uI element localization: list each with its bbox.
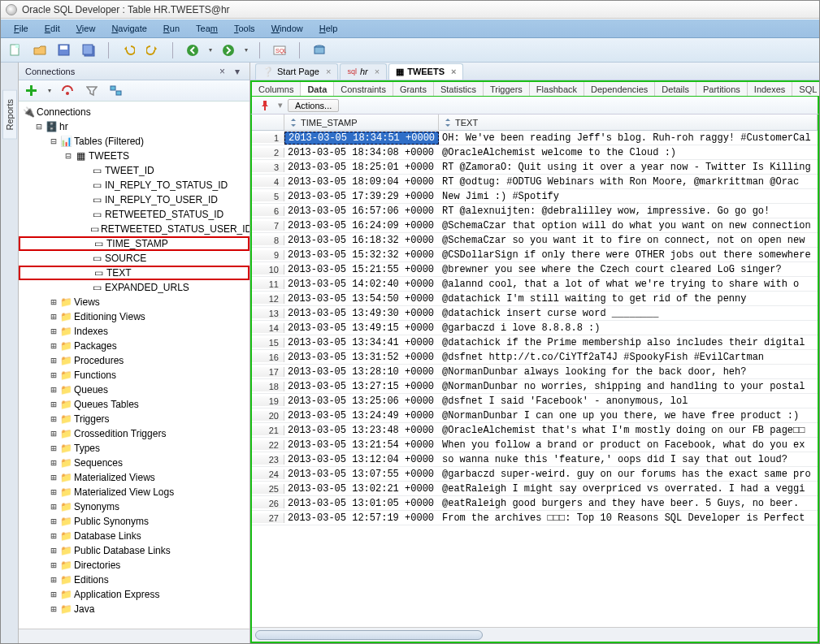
col-tweet-id[interactable]: TWEET_ID: [105, 165, 154, 176]
close-icon[interactable]: ×: [323, 67, 331, 76]
cell-timestamp[interactable]: 2013-03-05 13:01:05 +0000: [284, 498, 439, 509]
tree-folder-procedures[interactable]: ⊞📁Procedures: [19, 353, 249, 368]
tree-folder-functions[interactable]: ⊞📁Functions: [19, 368, 249, 383]
tree-folder-editioning-views[interactable]: ⊞📁Editioning Views: [19, 309, 249, 324]
expand-toggle[interactable]: ⊞: [48, 326, 59, 337]
tree-folder-sequences[interactable]: ⊞📁Sequences: [19, 456, 249, 470]
cell-timestamp[interactable]: 2013-03-05 17:39:29 +0000: [284, 191, 439, 202]
cell-timestamp[interactable]: 2013-03-05 13:27:15 +0000: [284, 381, 439, 392]
table-row[interactable]: 112013-03-05 14:02:40 +0000@alannd cool,…: [252, 277, 818, 292]
expand-toggle[interactable]: ⊞: [48, 399, 59, 410]
subtab-indexes[interactable]: Indexes: [748, 82, 793, 96]
cell-timestamp[interactable]: 2013-03-05 13:49:30 +0000: [284, 308, 439, 319]
cell-text[interactable]: @eatRaleigh good burgers and they have b…: [439, 498, 818, 509]
tree-hscroll[interactable]: [19, 629, 249, 643]
expand-toggle[interactable]: ⊞: [48, 413, 59, 425]
subtab-dependencies[interactable]: Dependencies: [584, 82, 655, 96]
table-row[interactable]: 242013-03-05 13:07:55 +0000@garbaczd sup…: [252, 467, 818, 482]
tree-folder-types[interactable]: ⊞📁Types: [19, 441, 249, 456]
cell-text[interactable]: @NormanDunbar always looking for the bac…: [439, 366, 818, 378]
menu-help[interactable]: Help: [311, 21, 346, 36]
cell-timestamp[interactable]: 2013-03-05 13:31:52 +0000: [284, 352, 439, 363]
cell-timestamp[interactable]: 2013-03-05 18:09:04 +0000: [284, 176, 439, 188]
table-row[interactable]: 192013-03-05 13:25:06 +0000@dsfnet I sai…: [252, 394, 818, 408]
table-row[interactable]: 12013-03-05 18:34:51 +0000OH: We've been…: [252, 131, 818, 145]
table-row[interactable]: 102013-03-05 15:21:55 +0000@brewner you …: [252, 262, 818, 277]
subtab-columns[interactable]: Columns: [252, 82, 301, 96]
table-row[interactable]: 62013-03-05 16:57:06 +0000RT @alexnuijte…: [252, 204, 818, 218]
cell-timestamp[interactable]: 2013-03-05 14:02:40 +0000: [284, 279, 439, 290]
tree-folder-directories[interactable]: ⊞📁Directories: [19, 558, 249, 573]
col-rt-user[interactable]: RETWEETED_STATUS_USER_ID: [101, 223, 249, 235]
cell-text[interactable]: RT @alexnuijten: @debralilley wow, impre…: [439, 205, 818, 217]
panel-menu-icon[interactable]: ▾: [232, 66, 243, 77]
subtab-triggers[interactable]: Triggers: [484, 82, 530, 96]
cell-text[interactable]: RT @odtug: #ODTUG Webinars with Ron Moor…: [439, 176, 818, 188]
col-text[interactable]: TEXT: [106, 267, 132, 279]
tree-folder-indexes[interactable]: ⊞📁Indexes: [19, 324, 249, 339]
cell-text[interactable]: @brewner you see where the Czech court c…: [439, 264, 818, 275]
grid-hscroll[interactable]: [252, 627, 818, 642]
table-row[interactable]: 232013-03-05 13:12:04 +0000so wanna nuke…: [252, 452, 818, 467]
tree-folder-editions[interactable]: ⊞📁Editions: [19, 573, 249, 587]
table-row[interactable]: 42013-03-05 18:09:04 +0000RT @odtug: #OD…: [252, 175, 818, 189]
subtab-partitions[interactable]: Partitions: [696, 82, 748, 96]
cell-text[interactable]: @datachick insert curse word ________: [439, 308, 818, 319]
cell-timestamp[interactable]: 2013-03-05 13:07:55 +0000: [284, 469, 439, 480]
tree-folder-packages[interactable]: ⊞📁Packages: [19, 339, 249, 353]
side-tab-reports[interactable]: Reports: [2, 90, 17, 140]
tns-icon[interactable]: [59, 83, 76, 99]
table-row[interactable]: 272013-03-05 12:57:19 +0000From the arch…: [252, 511, 818, 525]
table-row[interactable]: 32013-03-05 18:25:01 +0000RT @ZamoraO: Q…: [252, 160, 818, 175]
tree-folder-materialized-view-logs[interactable]: ⊞📁Materialized View Logs: [19, 485, 249, 499]
cell-text[interactable]: @NormanDunbar I can one up you there, we…: [439, 410, 818, 421]
cell-text[interactable]: @OracleAlchemist that's what I'm mostly …: [439, 425, 818, 436]
cell-timestamp[interactable]: 2013-03-05 13:49:15 +0000: [284, 322, 439, 334]
expand-toggle[interactable]: ⊞: [48, 589, 59, 600]
expand-toggle[interactable]: ⊞: [48, 457, 59, 469]
menu-team[interactable]: Team: [188, 21, 226, 36]
tree-folder-triggers[interactable]: ⊞📁Triggers: [19, 412, 249, 426]
cell-timestamp[interactable]: 2013-03-05 16:57:06 +0000: [284, 205, 439, 217]
panel-close-icon[interactable]: ×: [216, 66, 228, 77]
refresh-tree-icon[interactable]: [108, 83, 124, 99]
new-connection-icon[interactable]: [24, 83, 40, 99]
cell-text[interactable]: RT @ZamoraO: Quit using it over a year n…: [439, 162, 818, 173]
tree-db[interactable]: hr: [59, 121, 68, 132]
cell-timestamp[interactable]: 2013-03-05 13:34:41 +0000: [284, 337, 439, 348]
expand-toggle[interactable]: ⊟: [33, 121, 45, 132]
tree-tweets[interactable]: TWEETS: [89, 150, 129, 162]
save-icon[interactable]: [56, 42, 72, 58]
cell-timestamp[interactable]: 2013-03-05 15:21:55 +0000: [284, 264, 439, 275]
cell-text[interactable]: @alannd cool, that a lot of what we're t…: [439, 279, 818, 290]
expand-toggle[interactable]: ⊟: [63, 150, 74, 162]
cell-timestamp[interactable]: 2013-03-05 18:34:08 +0000: [284, 147, 439, 158]
expand-toggle[interactable]: ⊞: [48, 501, 59, 512]
table-row[interactable]: 52013-03-05 17:39:29 +0000New Jimi :) #S…: [252, 189, 818, 204]
cell-text[interactable]: OH: We've been reading Jeff's blog. Ruh-…: [439, 132, 818, 144]
table-row[interactable]: 262013-03-05 13:01:05 +0000@eatRaleigh g…: [252, 496, 818, 511]
subtab-data[interactable]: Data: [301, 82, 334, 96]
cell-text[interactable]: When you follow a brand or product on Fa…: [439, 439, 818, 451]
tree-folder-java[interactable]: ⊞📁Java: [19, 602, 249, 616]
cell-text[interactable]: @dsfnet I said 'Facebook' - anonymous, l…: [439, 395, 818, 407]
cell-text[interactable]: @SchemaCzar so you want it to fire on co…: [439, 235, 818, 246]
expand-toggle[interactable]: ⊞: [48, 296, 59, 308]
col-expanded-urls[interactable]: EXPANDED_URLS: [105, 282, 189, 293]
expand-toggle[interactable]: ⊞: [48, 486, 59, 498]
table-row[interactable]: 182013-03-05 13:27:15 +0000@NormanDunbar…: [252, 379, 818, 394]
table-row[interactable]: 212013-03-05 13:23:48 +0000@OracleAlchem…: [252, 423, 818, 438]
close-icon[interactable]: ×: [448, 67, 456, 76]
cell-timestamp[interactable]: 2013-03-05 13:21:54 +0000: [284, 439, 439, 451]
tree-folder-public-synonyms[interactable]: ⊞📁Public Synonyms: [19, 514, 249, 529]
cell-timestamp[interactable]: 2013-03-05 13:28:10 +0000: [284, 366, 439, 378]
cell-text[interactable]: @OracleAlchemist welcome to the Cloud :): [439, 147, 818, 158]
table-row[interactable]: 92013-03-05 15:32:32 +0000@CSDollarSign …: [252, 248, 818, 262]
expand-toggle[interactable]: ⊞: [48, 384, 59, 395]
back-icon[interactable]: [184, 42, 201, 58]
tree-folder-queues-tables[interactable]: ⊞📁Queues Tables: [19, 397, 249, 412]
expand-toggle[interactable]: ⊞: [48, 311, 59, 322]
expand-toggle[interactable]: ⊞: [48, 574, 59, 586]
tree-folder-synonyms[interactable]: ⊞📁Synonyms: [19, 499, 249, 514]
actions-button[interactable]: Actions...: [288, 99, 339, 112]
